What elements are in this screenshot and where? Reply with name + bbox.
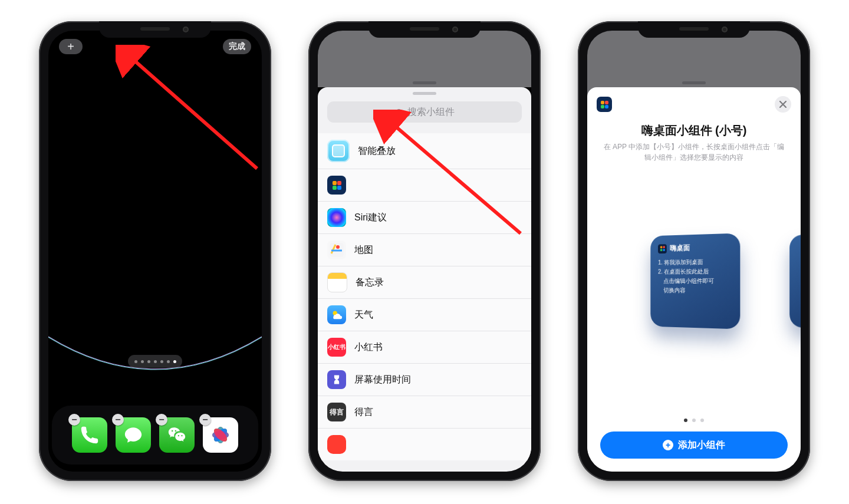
widget-title: 嗨桌面小组件 (小号) (587, 123, 801, 139)
widget-row-xiaohongshu[interactable]: 小红书 小红书 (318, 331, 531, 364)
screen: 嗨桌面小组件 (小号) 在 APP 中添加【小号】小组件，长按桌面小组件点击「编… (587, 31, 801, 472)
add-widget-label: 添加小组件 (678, 439, 725, 452)
preview-logo-icon (658, 244, 667, 253)
widget-row-maps[interactable]: 地图 (318, 234, 531, 266)
preview-line: 1. 将我添加到桌面 (658, 257, 732, 268)
notes-icon (327, 272, 347, 292)
preview-line: 点击编辑小组件即可 (658, 276, 732, 286)
size-page-indicator[interactable] (684, 419, 704, 422)
widget-row-deyan[interactable]: 得言 得言 (318, 396, 531, 429)
close-button[interactable] (775, 96, 791, 113)
widget-sheet: 搜索小组件 智能叠放 Siri建议 (318, 87, 531, 472)
widget-row-smart-stack[interactable]: 智能叠放 (318, 133, 531, 169)
screen: 搜索小组件 智能叠放 Siri建议 (318, 31, 531, 472)
search-field[interactable]: 搜索小组件 (327, 101, 522, 123)
hai-desktop-icon (327, 176, 346, 195)
widget-detail-sheet: 嗨桌面小组件 (小号) 在 APP 中添加【小号】小组件，长按桌面小组件点击「编… (587, 87, 801, 472)
search-placeholder: 搜索小组件 (407, 106, 455, 118)
screentime-icon (327, 370, 346, 389)
weather-icon (327, 305, 346, 324)
remove-badge[interactable]: − (199, 414, 211, 426)
background-grabber (413, 81, 436, 84)
siri-icon (327, 208, 346, 227)
widget-row-partial[interactable] (318, 429, 531, 460)
add-widget-button[interactable]: + (59, 39, 83, 54)
svg-point-12 (336, 245, 340, 249)
stage: + 完成 − − (0, 0, 849, 504)
app-logo-icon (597, 97, 612, 112)
row-label: 备忘录 (356, 276, 384, 289)
smart-stack-icon (327, 140, 350, 162)
notch (368, 21, 481, 38)
dock-app-wechat[interactable]: − (159, 417, 195, 453)
page-indicator[interactable] (128, 355, 182, 368)
plus-icon: + (663, 440, 673, 450)
search-icon (395, 108, 404, 117)
widget-row-notes[interactable]: 备忘录 (318, 266, 531, 299)
done-button[interactable]: 完成 (223, 39, 251, 54)
row-label: 小红书 (354, 341, 383, 354)
background-grabber (682, 81, 706, 84)
xiaohongshu-icon: 小红书 (327, 338, 346, 357)
add-widget-button[interactable]: + 添加小组件 (600, 431, 788, 459)
svg-line-10 (400, 113, 402, 115)
notch (99, 21, 211, 38)
widget-row-screentime[interactable]: 屏幕使用时间 (318, 364, 531, 396)
sheet-grabber[interactable] (413, 92, 436, 95)
close-icon (779, 101, 787, 108)
phone-widget-detail: 嗨桌面小组件 (小号) 在 APP 中添加【小号】小组件，长按桌面小组件点击「编… (578, 21, 810, 481)
preview-header: 嗨桌面 (658, 242, 732, 253)
dock-app-messages[interactable]: − (116, 417, 151, 453)
dock-app-photos[interactable]: − (203, 417, 238, 453)
screen: + 完成 − − (48, 31, 262, 472)
row-label: 地图 (354, 244, 373, 256)
sheet-backdrop (318, 31, 531, 87)
row-label: 智能叠放 (358, 145, 396, 157)
preview-header-text: 嗨桌面 (670, 243, 690, 253)
widget-preview[interactable]: 嗨桌面 1. 将我添加到桌面 2. 在桌面长按此处后 点击编辑小组件即可 切换内… (650, 233, 740, 329)
svg-point-9 (396, 109, 401, 114)
remove-badge[interactable]: − (68, 414, 80, 426)
partial-row-icon (327, 435, 346, 454)
widget-row-siri[interactable]: Siri建议 (318, 202, 531, 234)
widget-preview-next[interactable] (789, 234, 801, 328)
preview-line: 2. 在桌面长按此处后 (658, 266, 732, 276)
widget-subtitle: 在 APP 中添加【小号】小组件，长按桌面小组件点击「编辑小组件」选择您要显示的… (601, 141, 787, 163)
row-label: 屏幕使用时间 (354, 374, 411, 386)
phone-jiggle-mode: + 完成 − − (39, 21, 271, 481)
notch (638, 21, 750, 38)
widget-list[interactable]: 智能叠放 Siri建议 (318, 133, 531, 472)
widget-row-weather[interactable]: 天气 (318, 299, 531, 331)
remove-badge[interactable]: − (112, 414, 124, 426)
dock: − − − − (52, 406, 258, 465)
remove-badge[interactable]: − (156, 414, 167, 426)
row-label: 天气 (354, 309, 373, 321)
dock-app-phone[interactable]: − (72, 417, 107, 453)
widget-row-hai-desktop[interactable] (318, 169, 531, 202)
maps-icon (327, 241, 346, 259)
sheet-header (597, 95, 791, 113)
preview-line: 切换内容 (658, 286, 732, 296)
phone-widget-picker: 搜索小组件 智能叠放 Siri建议 (308, 21, 541, 481)
row-label: 得言 (354, 406, 373, 419)
row-label: Siri建议 (354, 212, 387, 224)
deyan-icon: 得言 (327, 403, 346, 421)
